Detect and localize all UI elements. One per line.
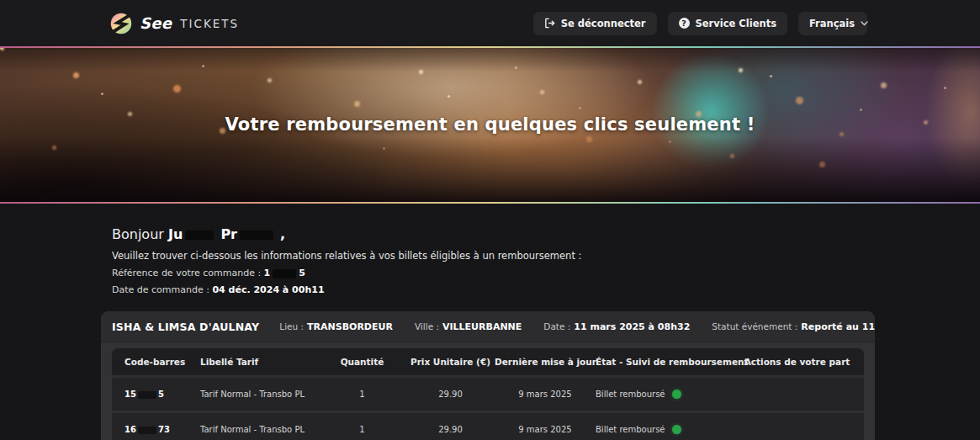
refund-status-text: Billet remboursé bbox=[596, 425, 665, 434]
ticket-tariff: Tarif Normal - Transbo PL bbox=[200, 390, 318, 399]
event-city-value: VILLEURBANNE bbox=[442, 321, 522, 332]
ticket-refund-status: Billet remboursé bbox=[596, 425, 743, 434]
seetickets-logo-mark-icon bbox=[109, 12, 133, 35]
event-status-label: Statut événement : bbox=[712, 321, 797, 331]
order-reference-line: Référence de votre commande : 15 bbox=[112, 268, 980, 278]
ticket-row: 155 Tarif Normal - Transbo PL 1 29.90 9 … bbox=[112, 378, 864, 411]
event-card: ISHA & LIMSA D'AULNAY Lieu : TRANSBORDEU… bbox=[101, 311, 875, 440]
event-card-body: Code-barres Libellé Tarif Quantité Prix … bbox=[101, 342, 875, 440]
ticket-refund-status: Billet remboursé bbox=[596, 390, 743, 399]
main-content: Bonjour Ju Pr , Veuillez trouver ci-dess… bbox=[0, 204, 980, 440]
event-city: Ville : VILLEURBANNE bbox=[415, 321, 522, 332]
event-city-label: Ville : bbox=[415, 321, 439, 331]
greeting-block: Bonjour Ju Pr , Veuillez trouver ci-dess… bbox=[101, 226, 980, 295]
event-status-value: Reporté au 11 avr. 2026 à 20h00 bbox=[801, 321, 875, 332]
hero-gradient-line-bottom bbox=[0, 202, 980, 204]
ticket-last-update: 9 mars 2025 bbox=[495, 425, 596, 434]
ticket-barcode: 155 bbox=[124, 390, 200, 399]
redacted-text bbox=[138, 391, 156, 399]
help-icon: ? bbox=[679, 18, 690, 29]
event-venue-label: Lieu : bbox=[279, 321, 304, 331]
logo-brand-tickets: TICKETS bbox=[180, 17, 239, 30]
order-date-value: 04 déc. 2024 à 00h11 bbox=[212, 284, 324, 295]
customer-first-name: Ju bbox=[168, 226, 183, 242]
tickets-table-header: Code-barres Libellé Tarif Quantité Prix … bbox=[112, 348, 864, 375]
col-header-tariff: Libellé Tarif bbox=[200, 357, 318, 367]
logo-brand-see: See bbox=[140, 14, 172, 32]
hero-banner: Votre remboursement en quelques clics se… bbox=[0, 46, 980, 204]
redacted-text bbox=[138, 427, 156, 434]
status-dot-icon bbox=[672, 425, 681, 434]
col-header-barcode: Code-barres bbox=[124, 357, 200, 367]
event-status: Statut événement : Reporté au 11 avr. 20… bbox=[712, 321, 875, 332]
order-reference-start: 1 bbox=[264, 268, 271, 278]
event-date: Date : 11 mars 2025 à 08h32 bbox=[543, 321, 690, 332]
order-reference-end: 5 bbox=[299, 268, 305, 278]
greeting-suffix: , bbox=[280, 226, 285, 242]
language-selected-value: Français bbox=[809, 18, 855, 29]
status-dot-icon bbox=[672, 390, 681, 399]
order-reference-label: Référence de votre commande : bbox=[112, 268, 261, 278]
ticket-tariff: Tarif Normal - Transbo PL bbox=[200, 425, 318, 434]
ticket-last-update: 9 mars 2025 bbox=[495, 390, 596, 399]
tickets-table: Code-barres Libellé Tarif Quantité Prix … bbox=[112, 348, 864, 440]
refund-status-text: Billet remboursé bbox=[596, 390, 665, 399]
event-date-value: 11 mars 2025 à 08h32 bbox=[574, 321, 690, 332]
customer-last-name: Pr bbox=[220, 226, 237, 242]
refund-page: See TICKETS Se déconnecter ? Service Cli… bbox=[0, 0, 980, 440]
hero-title: Votre remboursement en quelques clics se… bbox=[0, 114, 980, 135]
event-card-header: ISHA & LIMSA D'AULNAY Lieu : TRANSBORDEU… bbox=[101, 311, 875, 342]
event-name: ISHA & LIMSA D'AULNAY bbox=[112, 321, 259, 333]
ticket-quantity: 1 bbox=[318, 390, 406, 399]
order-date-line: Date de commande : 04 déc. 2024 à 00h11 bbox=[112, 284, 980, 295]
language-select[interactable]: Français bbox=[798, 12, 867, 35]
col-header-actions: Actions de votre part bbox=[743, 357, 851, 367]
seetickets-logo[interactable]: See TICKETS bbox=[109, 12, 239, 35]
ticket-quantity: 1 bbox=[318, 425, 406, 434]
event-venue-value: TRANSBORDEUR bbox=[307, 321, 393, 332]
hero-gradient-line-top bbox=[0, 46, 980, 48]
event-date-label: Date : bbox=[543, 321, 570, 331]
col-header-quantity: Quantité bbox=[318, 357, 406, 367]
ticket-unit-price: 29.90 bbox=[406, 425, 495, 434]
logout-button[interactable]: Se déconnecter bbox=[533, 12, 657, 35]
col-header-unit-price: Prix Unitaire (€) bbox=[406, 357, 495, 367]
greeting-prefix: Bonjour bbox=[112, 226, 164, 242]
order-date-label: Date de commande : bbox=[112, 284, 209, 295]
redacted-text bbox=[273, 269, 296, 278]
greeting-line: Bonjour Ju Pr , bbox=[112, 226, 980, 242]
topbar: See TICKETS Se déconnecter ? Service Cli… bbox=[0, 0, 980, 46]
customer-service-button[interactable]: ? Service Clients bbox=[668, 12, 787, 35]
col-header-refund-status: État - Suivi de remboursement bbox=[596, 357, 743, 367]
event-venue: Lieu : TRANSBORDEUR bbox=[279, 321, 393, 332]
customer-service-label: Service Clients bbox=[696, 18, 776, 29]
intro-text: Veuillez trouver ci-dessous les informat… bbox=[112, 250, 980, 262]
redacted-text bbox=[240, 231, 273, 240]
col-header-last-update: Dernière mise à jour bbox=[495, 357, 596, 367]
redacted-text bbox=[185, 231, 214, 240]
logout-icon bbox=[544, 18, 555, 29]
logout-label: Se déconnecter bbox=[561, 18, 646, 29]
topbar-actions: Se déconnecter ? Service Clients Françai… bbox=[533, 12, 867, 35]
chevron-down-icon bbox=[861, 21, 868, 26]
ticket-unit-price: 29.90 bbox=[406, 390, 495, 399]
ticket-row: 1673 Tarif Normal - Transbo PL 1 29.90 9… bbox=[112, 413, 864, 440]
ticket-barcode: 1673 bbox=[124, 425, 200, 434]
